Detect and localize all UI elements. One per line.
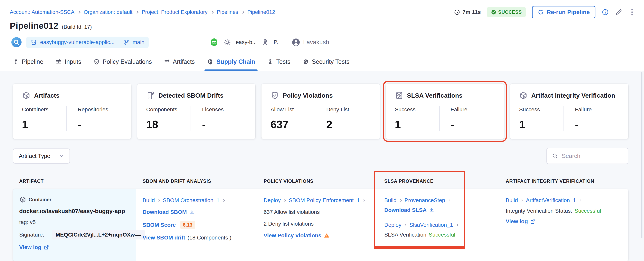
external-link-icon <box>44 245 49 250</box>
stage-link[interactable]: Deploy <box>384 222 401 228</box>
info-button[interactable] <box>602 8 609 16</box>
allow-violations-text: 637 Allow list violations <box>264 209 320 215</box>
repository-icon <box>30 39 37 46</box>
summary-card-sbom-drifts: Detected SBOM Drifts Components 18 Licen… <box>137 84 256 139</box>
tab-inputs[interactable]: Inputs <box>55 55 82 71</box>
sbom-score-link[interactable]: SBOM Score <box>142 222 176 228</box>
drift-components-count: (18 Components ) <box>188 235 231 241</box>
column-artifact: ARTIFACT <box>13 178 136 184</box>
deny-violations-text: 2 Deny list violations <box>264 221 314 227</box>
cube-icon <box>519 91 528 100</box>
trigger-text: easy-b... <box>236 39 256 45</box>
chevron-right-icon <box>404 224 406 226</box>
tab-artifacts[interactable]: Artifacts <box>164 55 195 71</box>
search-box <box>546 148 628 164</box>
step-link[interactable]: SlsaVerification_1 <box>409 222 453 228</box>
card-title-text: Artifact Integrity Verification <box>531 92 615 99</box>
stage-link[interactable]: Build <box>384 197 396 204</box>
step-link[interactable]: SBOM Policy Enforcement_1 <box>289 197 360 204</box>
filter-row: Artifact Type <box>13 148 628 164</box>
summary-card-artifacts: Artifacts Containers 1 Repositories - <box>13 84 131 139</box>
branch-link[interactable]: main <box>132 39 144 45</box>
step-link[interactable]: ArtifactVerification_1 <box>526 197 576 204</box>
step-link[interactable]: SBOM Orchestration_1 <box>163 197 219 204</box>
view-log-link[interactable]: View log <box>506 218 536 225</box>
stage-link[interactable]: Deploy <box>264 197 281 204</box>
trigger-group: easy-b... P. <box>210 37 278 47</box>
scrollbar[interactable] <box>641 72 642 238</box>
card-title-text: SLSA Verifications <box>407 92 462 99</box>
view-sbom-drift-link[interactable]: View SBOM drift <box>142 235 185 241</box>
column-integrity: ARTIFACT INTEGRITY VERIFICATION <box>500 178 628 184</box>
artifact-type-dropdown[interactable]: Artifact Type <box>13 149 70 164</box>
tab-pipeline[interactable]: Pipeline <box>12 55 44 71</box>
step-link[interactable]: ProvenanceStep <box>404 197 445 204</box>
chevron-right-icon <box>284 199 286 202</box>
stage-link[interactable]: Build <box>142 197 155 204</box>
slsa-status-label: SLSA Verification <box>384 232 426 238</box>
metric: Deny List 2 <box>315 106 371 131</box>
breadcrumb-project[interactable]: Project: Product Exploratory <box>142 9 208 15</box>
tab-label: Security Tests <box>312 58 350 65</box>
delegate-icon <box>262 38 269 46</box>
integrity-status-value: Successful <box>574 208 601 214</box>
table-row: Container docker.io/lavakush07/easy-bugg… <box>13 189 628 261</box>
download-slsa-link[interactable]: Download SLSA <box>384 207 434 213</box>
chevron-right-icon <box>78 10 81 14</box>
tab-security-tests[interactable]: Security Tests <box>302 55 350 71</box>
stage-link[interactable]: Build <box>506 197 518 204</box>
tab-label: Inputs <box>65 58 81 65</box>
divider <box>285 36 285 48</box>
signature-value[interactable]: MEQCICde2Vjl...L+2+mqnOXw== <box>52 230 145 240</box>
status-text: SUCCESS <box>498 9 522 15</box>
summary-card-artifact-integrity: Artifact Integrity Verification Success … <box>510 84 628 139</box>
tab-tests[interactable]: Tests <box>267 55 291 71</box>
execution-icon <box>11 37 22 48</box>
breadcrumb-pipelines[interactable]: Pipelines <box>217 9 238 15</box>
tab-policy-evaluations[interactable]: Policy Evaluations <box>93 55 152 71</box>
table-header: ARTIFACT SBOM AND DRIFT ANALYSIS POLICY … <box>13 178 628 184</box>
edit-pipeline-button[interactable] <box>615 8 622 16</box>
artifact-image-name: docker.io/lavakush07/easy-buggy-app <box>19 208 125 215</box>
artifact-table: ARTIFACT SBOM AND DRIFT ANALYSIS POLICY … <box>13 178 628 261</box>
sbom-scroll-icon <box>146 91 155 100</box>
sbom-score-badge: 6.13 <box>180 221 195 229</box>
view-policy-violations-link[interactable]: View Policy Violations <box>264 233 322 239</box>
chevron-right-icon <box>222 199 225 202</box>
cube-icon <box>22 91 30 100</box>
signature-label: Signature: <box>19 232 44 238</box>
spacer <box>384 219 494 222</box>
search-input[interactable] <box>562 153 623 159</box>
breadcrumb-organization[interactable]: Organization: default <box>84 9 132 15</box>
supply-chain-shield-icon <box>207 58 214 65</box>
pencil-icon <box>615 8 622 16</box>
rerun-pipeline-button[interactable]: Re-run Pipeline <box>532 6 596 18</box>
repo-link[interactable]: easybuggy-vulnerable-applic... <box>40 39 114 45</box>
supply-chain-panel: Artifacts Containers 1 Repositories - De… <box>0 71 644 261</box>
column-sbom: SBOM AND DRIFT ANALYSIS <box>136 178 257 184</box>
view-log-link[interactable]: View log <box>19 244 49 251</box>
metric: Containers 1 <box>22 106 66 131</box>
breadcrumb-current[interactable]: Pipeline012 <box>248 9 275 15</box>
download-icon <box>429 207 434 213</box>
gear-icon[interactable] <box>224 38 231 46</box>
metric: Licenses - <box>190 106 246 131</box>
page-title: Pipeline012 <box>10 21 58 31</box>
warning-triangle-icon <box>324 233 330 239</box>
metric: Repositories - <box>66 106 122 131</box>
tab-label: Tests <box>276 58 290 65</box>
breadcrumb-account[interactable]: Account: Automation-SSCA <box>10 9 74 15</box>
tab-label: Artifacts <box>173 58 195 65</box>
git-branch-icon <box>124 39 130 45</box>
chevron-right-icon <box>241 10 244 14</box>
more-options-button[interactable] <box>629 8 636 16</box>
summary-cards: Artifacts Containers 1 Repositories - De… <box>13 84 628 139</box>
tab-supply-chain[interactable]: Supply Chain <box>206 55 256 71</box>
summary-card-slsa-verifications: SLSA Verifications Success 1 Failure - <box>386 84 504 139</box>
breadcrumb: Account: Automation-SSCA Organization: d… <box>10 9 275 15</box>
download-sbom-link[interactable]: Download SBOM <box>142 209 195 215</box>
chevron-right-icon <box>136 10 139 14</box>
artifact-type-label: Container <box>28 197 52 203</box>
security-shield-icon <box>302 59 309 65</box>
chevron-right-icon <box>456 224 458 226</box>
